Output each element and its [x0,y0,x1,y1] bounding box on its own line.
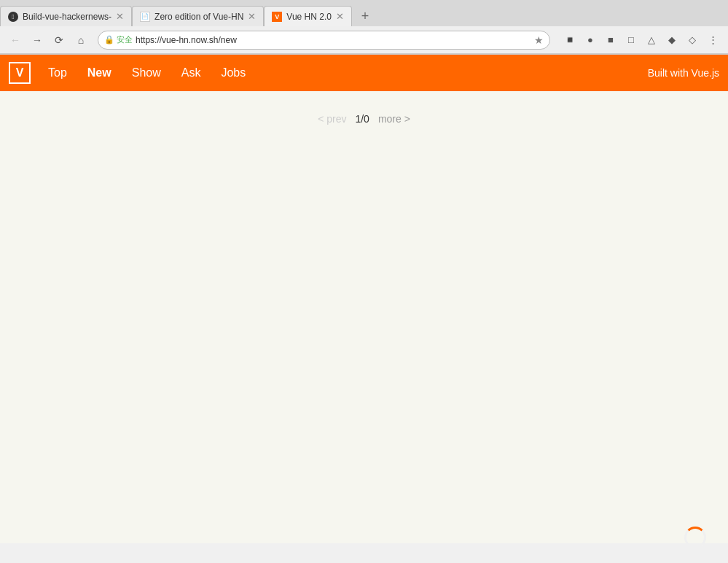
loading-spinner [684,527,706,548]
tool2-button[interactable]: □ [622,31,641,50]
back-button[interactable]: ← [6,31,25,50]
built-with-label: Built with Vue.js [648,67,719,79]
menu-button[interactable]: ⋮ [703,31,722,50]
page-content: < prev 1/0 more > [0,91,728,543]
nav-links: Top New Show Ask Jobs [39,62,648,84]
address-input[interactable] [136,35,531,45]
tab-2[interactable]: 📄 Zero edition of Vue-HN ✕ [132,6,264,26]
tool4-button[interactable]: ◆ [662,31,681,50]
tab-1-title: Build-vue-hackernews- [23,12,111,22]
tab-1-close[interactable]: ✕ [116,11,124,22]
tab-1[interactable]:  Build-vue-hackernews- ✕ [0,6,132,26]
reload-button[interactable]: ⟳ [50,31,69,50]
forward-button[interactable]: → [28,31,47,50]
nav-jobs[interactable]: Jobs [212,62,254,84]
security-icon: 🔒 安全 [104,34,133,45]
tool3-button[interactable]: △ [642,31,661,50]
home-button[interactable]: ⌂ [71,31,90,50]
tab-bar:  Build-vue-hackernews- ✕ 📄 Zero edition… [0,0,728,26]
app-navbar: V Top New Show Ask Jobs Built with Vue.j… [0,55,728,91]
tab-3-title: Vue HN 2.0 [286,12,332,22]
tool1-button[interactable]: ■ [601,31,620,50]
nav-ask[interactable]: Ask [173,62,210,84]
tab-1-favicon:  [8,12,18,22]
tab-3[interactable]: V Vue HN 2.0 ✕ [264,6,352,26]
tab-3-close[interactable]: ✕ [336,11,344,22]
tab-2-favicon: 📄 [140,12,150,22]
toolbar-icons: ◾ ● ■ □ △ ◆ ◇ ⋮ [560,31,722,50]
address-bar: 🔒 安全 ★ [98,31,550,50]
spinner-container [684,527,706,548]
pagination-bar: < prev 1/0 more > [15,106,713,132]
new-tab-button[interactable]: + [355,6,375,26]
app-logo[interactable]: V [9,62,31,84]
more-link[interactable]: more > [378,113,410,125]
tab-2-title: Zero edition of Vue-HN [154,12,243,22]
nav-new[interactable]: New [79,62,120,84]
nav-show[interactable]: Show [123,62,170,84]
tab-2-close[interactable]: ✕ [248,11,256,22]
bookmark-icon[interactable]: ★ [534,34,544,46]
extensions-button[interactable]: ◾ [560,31,579,50]
prev-link[interactable]: < prev [318,113,346,125]
tab-3-favicon: V [272,12,282,22]
browser-chrome:  Build-vue-hackernews- ✕ 📄 Zero edition… [0,0,728,55]
bookmark-manager-button[interactable]: ● [581,31,600,50]
pagination-current: 1/0 [355,113,369,125]
tool5-button[interactable]: ◇ [683,31,702,50]
browser-toolbar: ← → ⟳ ⌂ 🔒 安全 ★ ◾ ● ■ □ △ ◆ ◇ ⋮ [0,26,728,54]
nav-top[interactable]: Top [39,62,76,84]
